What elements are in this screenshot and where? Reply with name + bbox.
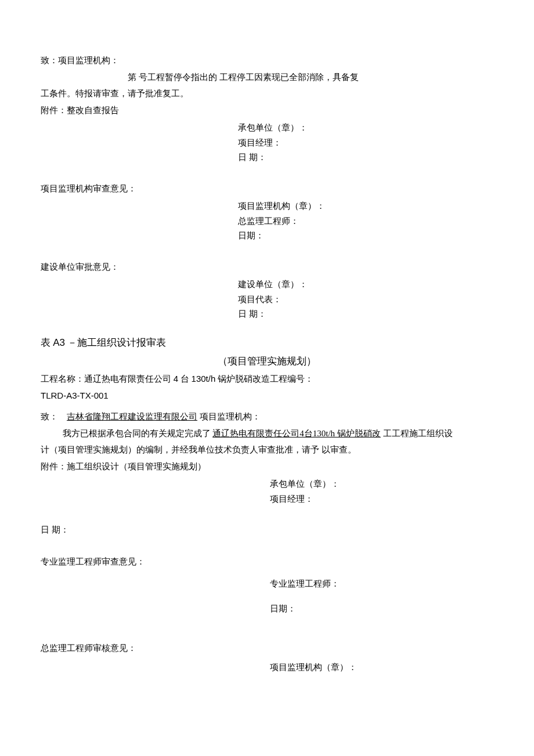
text: 工程停工因素现已全部消除，具备复 bbox=[219, 73, 359, 82]
sig-pm: 项目经理： bbox=[270, 492, 493, 507]
sig-date: 日 期： bbox=[238, 150, 493, 165]
form2-pro-review-header: 专业监理工程师审查意见： bbox=[41, 554, 493, 570]
form1-body-line1: 第 号工程暂停令指出的 工程停工因素现已全部消除，具备复 bbox=[41, 69, 493, 86]
form2-pro-sig: 专业监理工程师： 日期： bbox=[41, 576, 493, 617]
title-code: A3 bbox=[53, 337, 65, 348]
pro-date: 日期： bbox=[270, 601, 493, 617]
sig-contractor: 承包单位（章）： bbox=[270, 477, 493, 492]
proj-num: 4 bbox=[174, 374, 178, 384]
to-suffix: 项目监理机构： bbox=[200, 412, 261, 421]
form2-chief-review-header: 总监理工程师审核意见： bbox=[41, 640, 493, 657]
form1-body-line2: 工条件。特报请审查，请予批准复工。 bbox=[41, 85, 493, 102]
owner-date: 日 期： bbox=[238, 307, 493, 322]
text: 第 bbox=[128, 73, 136, 82]
form1-review-sig: 项目监理机构（章）： 总监理工程师： 日期： bbox=[41, 199, 493, 244]
form1-contractor-sig: 承包单位（章）： 项目经理： 日 期： bbox=[41, 121, 493, 165]
title-suffix: －施工组织设计报审表 bbox=[67, 337, 166, 348]
pro-engineer: 专业监理工程师： bbox=[270, 576, 493, 592]
form1-to: 致：项目监理机构： bbox=[41, 52, 493, 69]
form2-subtitle: （项目管理实施规划） bbox=[41, 352, 493, 371]
sig-contractor: 承包单位（章）： bbox=[238, 121, 493, 136]
review-engineer: 总监理工程师： bbox=[238, 214, 493, 229]
review-date: 日期： bbox=[238, 229, 493, 244]
to-prefix: 致： bbox=[41, 412, 58, 421]
form1-attachment: 附件：整改自查报告 bbox=[41, 102, 493, 119]
form2-date: 日 期： bbox=[41, 522, 493, 538]
form1-owner-header: 建设单位审批意见： bbox=[41, 259, 493, 276]
form1-review-header: 项目监理机构审查意见： bbox=[41, 180, 493, 197]
proj-suffix: 锅炉脱硝改造工程编号： bbox=[218, 374, 313, 384]
body1-underline: 通辽热电有限责任公司4台130t/h 锅炉脱硝改 bbox=[212, 429, 381, 438]
form2-contractor-sig: 承包单位（章）： 项目经理： bbox=[41, 477, 493, 507]
form1-owner-sig: 建设单位（章）： 项目代表： 日 期： bbox=[41, 277, 493, 322]
form2-body2: 计（项目管理实施规划）的编制，并经我单位技术负责人审查批准，请予 以审查。 bbox=[41, 442, 493, 458]
proj-unit: 台 bbox=[181, 374, 189, 384]
form2-title: 表 A3 －施工组织设计报审表 bbox=[41, 334, 493, 352]
review-org: 项目监理机构（章）： bbox=[238, 199, 493, 214]
body1-suffix: 工工程施工组织设 bbox=[383, 429, 453, 438]
form2-to: 致： 吉林省隆翔工程建设监理有限公司 项目监理机构： bbox=[41, 408, 493, 425]
body1-prefix: 我方已根据承包合同的有关规定完成了 bbox=[63, 429, 211, 438]
chief-org: 项目监理机构（章）： bbox=[270, 659, 493, 676]
form2-project-code: TLRD-A3-TX-001 bbox=[41, 388, 493, 404]
title-prefix: 表 bbox=[41, 337, 50, 348]
form2-body1: 我方已根据承包合同的有关规定完成了 通辽热电有限责任公司4台130t/h 锅炉脱… bbox=[41, 425, 493, 442]
text: 号工程暂停令指出的 bbox=[139, 73, 217, 82]
form2-project-line: 工程名称：通辽热电有限责任公司 4 台 130t/h 锅炉脱硝改造工程编号： bbox=[41, 371, 493, 388]
spacer bbox=[60, 412, 65, 421]
proj-spec: 130t/h bbox=[192, 374, 216, 384]
to-org: 吉林省隆翔工程建设监理有限公司 bbox=[67, 412, 197, 421]
owner-rep: 项目代表： bbox=[238, 292, 493, 308]
sig-pm: 项目经理： bbox=[238, 136, 493, 151]
proj-label: 工程名称：通辽热电有限责任公司 bbox=[41, 374, 171, 384]
owner-org: 建设单位（章）： bbox=[238, 277, 493, 292]
form2-chief-sig: 项目监理机构（章）： bbox=[41, 659, 493, 676]
form2-attachment: 附件：施工组织设计（项目管理实施规划） bbox=[41, 458, 493, 475]
